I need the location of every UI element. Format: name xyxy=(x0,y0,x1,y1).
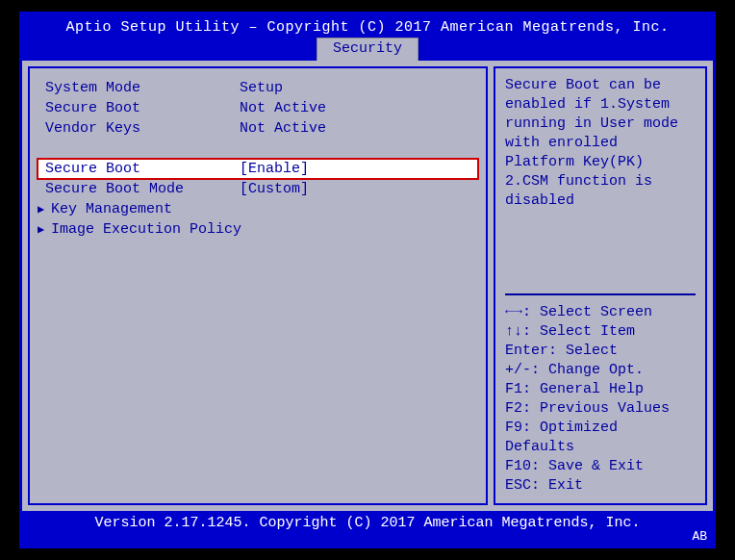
footer-corner: AB xyxy=(692,529,707,544)
nav-f9: F9: Optimized Defaults xyxy=(505,419,696,457)
nav-f2: F2: Previous Values xyxy=(505,399,696,419)
vendor-keys-value: Not Active xyxy=(240,120,478,137)
secure-boot-status-value: Not Active xyxy=(240,100,478,116)
key-management-label: Key Management xyxy=(51,201,172,217)
secure-boot-status-row: Secure Boot Not Active xyxy=(38,98,478,118)
triangle-right-icon: ▶ xyxy=(38,222,51,237)
divider xyxy=(505,293,696,295)
system-mode-value: Setup xyxy=(240,80,478,96)
nav-f10: F10: Save & Exit xyxy=(505,457,696,476)
nav-select-screen: ←→: Select Screen xyxy=(505,303,696,322)
help-panel: Secure Boot can be enabled if 1.System r… xyxy=(494,66,707,505)
bios-window: Aptio Setup Utility – Copyright (C) 2017… xyxy=(19,12,716,548)
vendor-keys-label: Vendor Keys xyxy=(38,120,240,137)
secure-boot-status-label: Secure Boot xyxy=(38,100,240,116)
nav-enter: Enter: Select xyxy=(505,342,696,361)
spacer xyxy=(38,139,478,159)
system-mode-label: System Mode xyxy=(38,80,240,96)
secure-boot-label: Secure Boot xyxy=(38,161,240,177)
image-execution-label: Image Execution Policy xyxy=(51,221,241,238)
secure-boot-mode-setting[interactable]: Secure Boot Mode [Custom] xyxy=(38,179,478,199)
nav-select-item: ↑↓: Select Item xyxy=(505,322,696,342)
nav-f1: F1: General Help xyxy=(505,380,696,399)
footer-text: Version 2.17.1245. Copyright (C) 2017 Am… xyxy=(94,515,640,531)
nav-help: ←→: Select Screen ↑↓: Select Item Enter:… xyxy=(505,303,696,496)
secure-boot-mode-value: [Custom] xyxy=(240,181,478,197)
tab-security[interactable]: Security xyxy=(317,38,418,61)
secure-boot-value: [Enable] xyxy=(240,161,478,177)
header-title: Aptio Setup Utility – Copyright (C) 2017… xyxy=(22,19,713,36)
triangle-right-icon: ▶ xyxy=(38,202,51,216)
footer: Version 2.17.1245. Copyright (C) 2017 Am… xyxy=(22,511,713,546)
system-mode-row: System Mode Setup xyxy=(38,78,478,98)
settings-panel: System Mode Setup Secure Boot Not Active… xyxy=(28,66,488,505)
key-management-submenu[interactable]: ▶ Key Management xyxy=(38,199,478,219)
help-text: Secure Boot can be enabled if 1.System r… xyxy=(505,76,696,211)
nav-change: +/-: Change Opt. xyxy=(505,361,696,380)
header: Aptio Setup Utility – Copyright (C) 2017… xyxy=(22,14,713,61)
secure-boot-setting[interactable]: Secure Boot [Enable] xyxy=(38,159,478,179)
image-execution-submenu[interactable]: ▶ Image Execution Policy xyxy=(38,219,478,240)
nav-esc: ESC: Exit xyxy=(505,476,696,496)
tab-bar: Security xyxy=(22,38,713,61)
main-area: System Mode Setup Secure Boot Not Active… xyxy=(22,61,713,511)
secure-boot-mode-label: Secure Boot Mode xyxy=(38,181,240,197)
vendor-keys-row: Vendor Keys Not Active xyxy=(38,118,478,139)
